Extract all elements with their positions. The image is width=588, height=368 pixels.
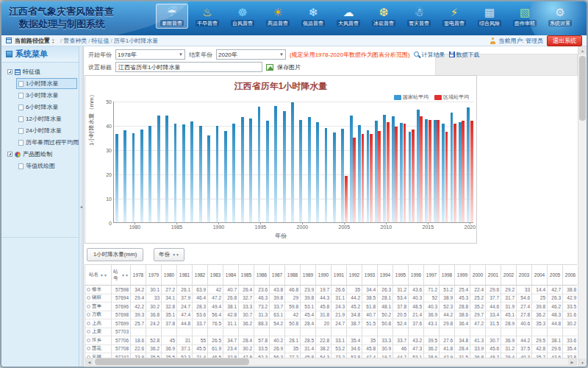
row-expand-icon[interactable] (87, 305, 90, 308)
col-header-year-label: 1983 (210, 272, 220, 277)
value-cell: 37.7 (486, 294, 501, 303)
table-row[interactable]: 上栗57703 (85, 328, 577, 337)
value-cell (331, 328, 347, 337)
table-row[interactable]: 宜丰5769642.230.232.824.728.349.438.133.37… (85, 302, 577, 311)
hscroll-thumb[interactable] (95, 358, 249, 365)
value-cell: 61.8 (362, 302, 378, 311)
calc-result-link[interactable]: 计算结果 (414, 51, 445, 59)
toolbar-item-system-settings[interactable]: ⚙系统设置 (544, 4, 576, 29)
col-header-year-label: 1982 (195, 272, 205, 277)
tree-item-历年暴雨过程平均雨量[interactable]: 历年暴雨过程平均雨量 (16, 137, 77, 148)
search-icon (414, 52, 420, 58)
table-row[interactable]: 修水5759834.230.127.226.163.94240.726.423.… (85, 286, 577, 294)
tree-item-24小时降水量[interactable]: 24小时降水量 (16, 125, 77, 136)
toolbar-item-lightning-survey[interactable]: ⚡雷电普查 (438, 4, 470, 29)
data-download-link[interactable]: 数据下载 (449, 51, 480, 59)
row-expand-icon[interactable] (87, 313, 90, 316)
value-cell: 33.1 (331, 336, 347, 345)
chart-title-input[interactable] (115, 62, 262, 72)
tree-group-产品图绘制[interactable]: 产品图绘制 (4, 149, 77, 160)
bar-national-1978 (115, 134, 118, 222)
value-cell: 52.8 (146, 336, 162, 345)
value-cell: 33.4 (486, 311, 501, 320)
toolbar-item-map-review[interactable]: ▧图件审核 (509, 4, 541, 29)
bar-national-1987 (190, 121, 193, 222)
toolbar-item-snow-survey[interactable]: ☃雪灾普查 (403, 4, 435, 29)
tree-item-1小时降水量[interactable]: 1小时降水量 (16, 78, 77, 89)
col-header-year: 1992 (347, 265, 362, 286)
tree-item-label: 等值线绘图 (26, 162, 55, 170)
tree-item-6小时降水量[interactable]: 6小时降水量 (16, 102, 77, 113)
toolbar-item-rainstorm-survey[interactable]: ☔暴雨普查 (156, 4, 188, 29)
bar-national-2005 (341, 129, 344, 222)
value-cell: 46.3 (254, 294, 270, 303)
save-picture-link[interactable]: 保存图片 (277, 63, 301, 71)
col-header-year-label: 2001 (488, 272, 498, 277)
value-cell: 36.9 (162, 345, 177, 354)
start-year-select[interactable]: 1978年 ▼ (115, 49, 185, 60)
value-cell: 29.4 (131, 294, 146, 303)
scroll-up-icon[interactable]: ▲ (578, 46, 587, 54)
table-row[interactable]: 铜鼓5769429.43334.137.946.447.226.832.746.… (85, 294, 577, 303)
tree-item-12小时降水量[interactable]: 12小时降水量 (16, 113, 77, 124)
row-expand-icon[interactable] (87, 322, 90, 325)
tree-item-3小时降水量[interactable]: 3小时降水量 (16, 90, 77, 101)
col-header-year-label: 1984 (226, 272, 236, 277)
toolbar-item-drought-survey[interactable]: ♨干旱普查 (191, 4, 223, 29)
row-expand-icon[interactable] (87, 339, 90, 342)
end-year-select[interactable]: 2020年 ▼ (216, 49, 286, 60)
legend-swatch (434, 95, 442, 100)
breadcrumb-item[interactable]: 历年1小时降水量 (114, 38, 158, 44)
main-content: 开始年份 1978年 ▼ 结束年份 2020年 ▼ (规定采用1978-2020… (84, 46, 578, 367)
toolbar-item-comprehensive-risk[interactable]: ▦综合风险 (473, 4, 506, 29)
breadcrumb-item[interactable]: 普查种类 (63, 38, 87, 44)
horizontal-scrollbar[interactable]: ◀ ▶ (85, 358, 577, 366)
toolbar-item-wind-survey[interactable]: ☁大风普查 (332, 4, 365, 29)
col-header-year: 1984 (223, 265, 239, 286)
table-row[interactable]: 莲花5770822.636.236.937.145.561.923.430.23… (85, 345, 577, 354)
station-id-cell: 57598 (112, 286, 131, 294)
value-cell: 53.2 (331, 345, 347, 354)
value-cell: 34.1 (162, 294, 177, 303)
value-cell: 30.2 (146, 302, 162, 311)
row-expand-icon[interactable] (87, 347, 90, 350)
toolbar-item-hail-survey[interactable]: ❆冰雹普查 (368, 4, 400, 29)
value-cell: 31.3 (254, 311, 270, 320)
vscroll-thumb[interactable] (579, 56, 586, 121)
station-name: 宜丰 (92, 303, 101, 310)
col-header-id[interactable]: 站号▼▼ (112, 265, 131, 286)
unit-selector[interactable]: 1小时降水量(mm) (87, 248, 143, 261)
expander-icon[interactable] (7, 152, 12, 157)
table-row[interactable]: 上高5769925.724.237.844.833.776.531.136.28… (85, 319, 577, 328)
logout-button[interactable]: 退出系统 (547, 35, 582, 46)
scroll-down-icon[interactable]: ▼ (578, 358, 587, 367)
year-sort-control[interactable]: 年份 ▼▼ (154, 248, 184, 261)
toolbar-item-high-temp-survey[interactable]: ☀高温普查 (262, 4, 294, 29)
legend-item-区域站平均[interactable]: 区域站平均 (434, 93, 469, 101)
vertical-scrollbar[interactable]: ▲ ▼ (578, 46, 587, 367)
row-expand-icon[interactable] (87, 288, 90, 291)
col-header-station[interactable]: 站名▼▼ (85, 265, 112, 286)
value-cell: 23.4 (223, 345, 239, 354)
legend-item-国家站平均[interactable]: 国家站平均 (394, 93, 429, 101)
table-row[interactable]: 萍乡5770618.652.845315526.534.728.457.840.… (85, 336, 577, 345)
start-year-label: 开始年份 (88, 51, 112, 59)
toolbar-item-low-temp-survey[interactable]: ❄低温普查 (297, 4, 329, 29)
row-expand-icon[interactable] (87, 296, 90, 300)
value-cell: 34.2 (131, 286, 146, 294)
table-row[interactable]: 万载5769839.336.835.147.453.656.442.830.73… (85, 311, 577, 320)
expander-icon[interactable] (7, 69, 12, 74)
value-cell: 46 (393, 345, 409, 354)
station-id-cell: 57703 (112, 328, 131, 337)
scroll-right-icon[interactable]: ▶ (568, 358, 576, 365)
bar-national-2017 (442, 124, 445, 222)
tree-group-特征值[interactable]: 特征值 (4, 66, 77, 77)
tree-item-等值线绘图[interactable]: 等值线绘图 (16, 160, 77, 171)
col-header-year-label: 2005 (550, 272, 560, 277)
toolbar-item-typhoon-survey[interactable]: ☸台风普查 (226, 4, 259, 29)
start-year-value: 1978年 (118, 51, 137, 59)
row-expand-icon[interactable] (87, 330, 90, 333)
breadcrumb-item[interactable]: 特征值 (91, 38, 109, 44)
value-cell: 38.6 (455, 311, 470, 320)
scroll-left-icon[interactable]: ◀ (85, 358, 93, 365)
